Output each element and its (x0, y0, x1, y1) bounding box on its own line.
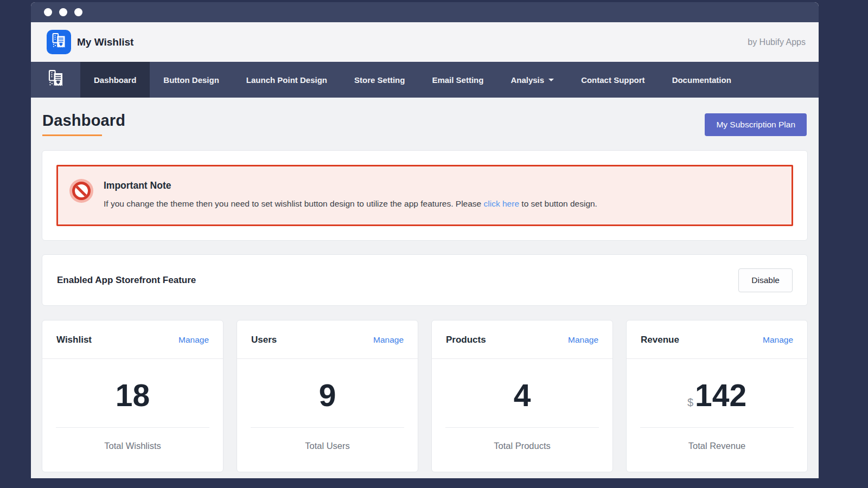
stat-card-body: $142 Total Revenue (627, 359, 807, 472)
alert-content: Important Note If you change the theme t… (104, 178, 597, 210)
stat-card-body: 9 Total Users (237, 359, 418, 472)
click-here-link[interactable]: click here (484, 199, 519, 208)
stat-card-title: Users (251, 335, 277, 345)
stat-divider (56, 427, 209, 428)
nav-item-store-setting[interactable]: Store Setting (341, 62, 418, 98)
nav-item-contact-support[interactable]: Contact Support (567, 62, 659, 98)
nav-item-documentation[interactable]: Documentation (659, 62, 745, 98)
stat-card-body: 4 Total Products (432, 359, 612, 472)
stat-divider (640, 427, 794, 428)
app-logo (47, 30, 71, 54)
nav-item-button-design[interactable]: Button Design (150, 62, 233, 98)
manage-users-link[interactable]: Manage (373, 335, 404, 345)
stat-value: 18 (42, 378, 223, 413)
stat-value: 9 (237, 378, 418, 413)
nav-item-label: Launch Point Design (246, 75, 327, 85)
stat-value: 4 (432, 378, 612, 413)
alert-message: If you change the theme then you need to… (104, 198, 597, 210)
important-note-card: Important Note If you change the theme t… (42, 150, 808, 241)
wishlist-receipt-icon (47, 69, 65, 90)
stat-card-title: Wishlist (56, 335, 92, 345)
stat-card-body: 18 Total Wishlists (42, 359, 223, 472)
window-control-dot[interactable] (74, 8, 82, 16)
stat-card-header: Users Manage (237, 320, 418, 359)
page-content: Dashboard My Subscription Plan Important… (31, 98, 819, 478)
alert-message-text: If you change the theme then you need to… (104, 199, 481, 208)
stats-row: Wishlist Manage 18 Total Wishlists Users… (42, 320, 808, 472)
nav-item-label: Contact Support (581, 75, 645, 85)
chevron-down-icon (548, 79, 554, 81)
stat-card-header: Products Manage (432, 320, 612, 359)
nav-item-label: Button Design (163, 75, 219, 85)
app-byline: by Hubify Apps (748, 37, 806, 47)
manage-products-link[interactable]: Manage (568, 335, 598, 345)
stat-value: $142 (627, 378, 807, 413)
title-accent-underline (42, 134, 102, 136)
stat-label: Total Users (237, 441, 418, 451)
alert-title: Important Note (104, 178, 597, 191)
stat-label: Total Revenue (627, 441, 807, 451)
window-control-dot[interactable] (44, 8, 52, 16)
currency-prefix: $ (687, 396, 693, 408)
manage-revenue-link[interactable]: Manage (763, 335, 793, 345)
nav-item-label: Analysis (510, 75, 544, 85)
main-nav: Dashboard Button Design Launch Point Des… (31, 62, 819, 98)
nav-item-label: Dashboard (94, 75, 136, 85)
page-title-block: Dashboard (42, 112, 125, 136)
prohibition-icon-wrap (72, 178, 91, 210)
page-title: Dashboard (42, 112, 125, 130)
storefront-feature-card: Enabled App Storefront Feature Disable (42, 254, 808, 306)
nav-item-launch-point-design[interactable]: Launch Point Design (233, 62, 341, 98)
nav-item-analysis[interactable]: Analysis (497, 62, 567, 98)
stat-card-title: Revenue (641, 335, 679, 345)
storefront-feature-label: Enabled App Storefront Feature (57, 275, 196, 286)
stat-divider (445, 427, 599, 428)
app-header: My Wishlist by Hubify Apps (31, 22, 819, 62)
app-title: My Wishlist (77, 36, 133, 48)
products-stat-card: Products Manage 4 Total Products (431, 320, 613, 472)
wishlist-receipt-icon (50, 33, 67, 52)
wishlist-stat-card: Wishlist Manage 18 Total Wishlists (42, 320, 224, 472)
stat-value-number: 142 (695, 378, 746, 413)
nav-item-label: Store Setting (354, 75, 405, 85)
stat-label: Total Wishlists (42, 441, 223, 451)
nav-item-dashboard[interactable]: Dashboard (80, 62, 150, 98)
window-titlebar (31, 2, 819, 22)
nav-item-email-setting[interactable]: Email Setting (418, 62, 497, 98)
manage-wishlist-link[interactable]: Manage (178, 335, 209, 345)
stat-divider (251, 427, 404, 428)
page-header: Dashboard My Subscription Plan (42, 111, 808, 136)
stat-card-header: Wishlist Manage (42, 320, 223, 359)
stat-card-header: Revenue Manage (627, 320, 807, 359)
nav-item-label: Documentation (672, 75, 731, 85)
users-stat-card: Users Manage 9 Total Users (237, 320, 418, 472)
stat-label: Total Products (432, 441, 612, 451)
nav-logo (31, 62, 80, 98)
important-note-alert: Important Note If you change the theme t… (56, 165, 793, 226)
app-window: My Wishlist by Hubify Apps (31, 2, 819, 478)
nav-item-label: Email Setting (432, 75, 483, 85)
prohibition-icon (72, 182, 91, 200)
disable-button[interactable]: Disable (738, 268, 793, 292)
alert-message-text: to set button design. (521, 199, 597, 208)
stat-card-title: Products (446, 335, 486, 345)
window-control-dot[interactable] (59, 8, 67, 16)
my-subscription-plan-button[interactable]: My Subscription Plan (705, 113, 807, 136)
revenue-stat-card: Revenue Manage $142 Total Revenue (626, 320, 808, 472)
